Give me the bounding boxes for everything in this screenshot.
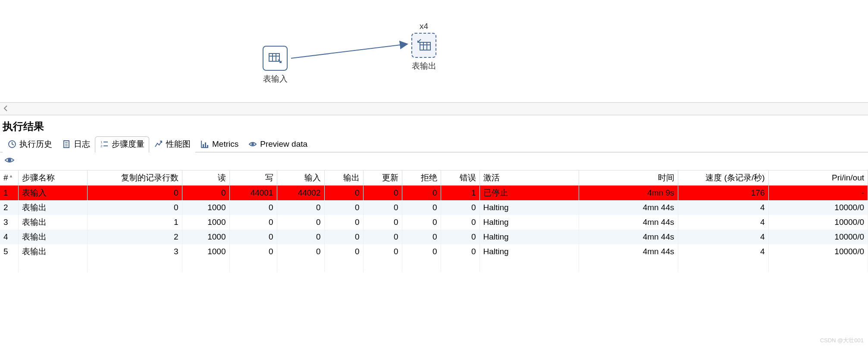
cell-update: 0 [363, 230, 402, 244]
cell-reject: 0 [402, 215, 441, 230]
tab-label: Metrics [212, 139, 238, 149]
col-update[interactable]: 更新 [363, 170, 402, 186]
cell-read: 1000 [182, 230, 229, 244]
list-numbered-icon: 12 [100, 139, 109, 149]
svg-rect-20 [203, 144, 204, 147]
cell-reject: 0 [402, 186, 441, 201]
cell-pri: 10000/0 [768, 200, 868, 215]
tab-label: 执行历史 [19, 139, 52, 150]
cell-update: 0 [363, 244, 402, 259]
cell-copied: 3 [87, 244, 182, 259]
svg-rect-0 [269, 54, 279, 61]
col-input[interactable]: 输入 [277, 170, 324, 186]
cell-reject: 0 [402, 230, 441, 244]
svg-text:1: 1 [100, 140, 103, 144]
flow-arrow [289, 39, 418, 65]
panel-collapse-bar[interactable] [0, 102, 868, 115]
tab-label: 性能图 [166, 139, 191, 150]
cell-error: 0 [441, 215, 479, 230]
col-pri[interactable]: Pri/in/out [768, 170, 868, 186]
col-reject[interactable]: 拒绝 [402, 170, 441, 186]
table-row[interactable]: 4表输出21000000000Halting4mn 44s410000/0 [0, 230, 868, 244]
step-metrics-table: #▲ 步骤名称 复制的记录行数 读 写 输入 输出 更新 拒绝 错误 激活 时间… [0, 170, 868, 272]
sort-asc-icon: ▲ [9, 174, 13, 178]
cell-read: 1000 [182, 200, 229, 215]
cell-copied: 2 [87, 230, 182, 244]
table-row-empty [0, 259, 868, 272]
cell-write: 0 [229, 200, 277, 215]
cell-update: 0 [363, 186, 402, 201]
cell-output: 0 [324, 244, 363, 259]
cell-output: 0 [324, 215, 363, 230]
table-row[interactable]: 1表输入0044001440020001已停止4mn 9s176- [0, 186, 868, 201]
cell-num: 4 [0, 230, 18, 244]
cell-reject: 0 [402, 244, 441, 259]
svg-point-23 [251, 143, 254, 145]
col-active[interactable]: 激活 [479, 170, 579, 186]
results-title: 执行结果 [0, 115, 868, 136]
svg-line-4 [291, 44, 407, 58]
tab-label: Preview data [260, 139, 307, 149]
line-chart-icon [154, 139, 163, 149]
cell-write: 0 [229, 244, 277, 259]
svg-text:2: 2 [100, 144, 103, 148]
cell-reject: 0 [402, 200, 441, 215]
cell-read: 1000 [182, 215, 229, 230]
tab-label: 步骤度量 [112, 139, 144, 150]
cell-active: Halting [479, 230, 579, 244]
flow-canvas[interactable]: 表输入 x4 表输出 [0, 0, 868, 102]
col-step-name[interactable]: 步骤名称 [18, 170, 87, 186]
cell-output: 0 [324, 230, 363, 244]
chevron-left-icon[interactable] [3, 105, 8, 113]
cell-read: 0 [182, 186, 229, 201]
cell-name: 表输出 [18, 230, 87, 244]
cell-num: 2 [0, 200, 18, 215]
tab-step-metrics[interactable]: 12 步骤度量 [95, 136, 149, 152]
cell-active: 已停止 [479, 186, 579, 201]
bar-chart-icon [200, 139, 210, 149]
cell-error: 0 [441, 244, 479, 259]
cell-name: 表输出 [18, 215, 87, 230]
col-write[interactable]: 写 [229, 170, 277, 186]
cell-copied: 0 [87, 186, 182, 201]
cell-write: 0 [229, 215, 277, 230]
col-output[interactable]: 输出 [324, 170, 363, 186]
cell-pri: 10000/0 [768, 244, 868, 259]
cell-active: Halting [479, 200, 579, 215]
col-copied[interactable]: 复制的记录行数 [87, 170, 182, 186]
tab-performance[interactable]: 性能图 [149, 136, 195, 152]
toggle-visibility-button[interactable] [4, 155, 15, 165]
metrics-toolbar [0, 152, 868, 170]
cell-read: 1000 [182, 244, 229, 259]
svg-rect-5 [420, 42, 430, 50]
tab-history[interactable]: 执行历史 [3, 136, 57, 152]
col-num[interactable]: #▲ [0, 170, 18, 186]
cell-name: 表输出 [18, 200, 87, 215]
cell-num: 5 [0, 244, 18, 259]
cell-write: 0 [229, 230, 277, 244]
cell-active: Halting [479, 244, 579, 259]
cell-name: 表输出 [18, 244, 87, 259]
table-row[interactable]: 5表输出31000000000Halting4mn 44s410000/0 [0, 244, 868, 259]
cell-copied: 1 [87, 215, 182, 230]
tab-preview[interactable]: Preview data [243, 137, 312, 151]
cell-input: 44002 [277, 186, 324, 201]
node-table-output[interactable]: x4 表输出 [411, 22, 436, 72]
col-time[interactable]: 时间 [579, 170, 678, 186]
results-tabs: 执行历史 日志 12 步骤度量 性能图 Metrics Preview data [0, 136, 868, 152]
col-error[interactable]: 错误 [441, 170, 479, 186]
cell-speed: 4 [678, 215, 768, 230]
col-read[interactable]: 读 [182, 170, 229, 186]
tab-log[interactable]: 日志 [57, 136, 95, 152]
table-row[interactable]: 3表输出11000000000Halting4mn 44s410000/0 [0, 215, 868, 230]
col-speed[interactable]: 速度 (条记录/秒) [678, 170, 768, 186]
cell-output: 0 [324, 186, 363, 201]
cell-error: 1 [441, 186, 479, 201]
tab-metrics[interactable]: Metrics [195, 137, 243, 151]
node-table-input[interactable]: 表输入 [263, 46, 288, 85]
cell-pri: 10000/0 [768, 215, 868, 230]
table-row[interactable]: 2表输出01000000000Halting4mn 44s410000/0 [0, 200, 868, 215]
cell-active: Halting [479, 215, 579, 230]
cell-update: 0 [363, 200, 402, 215]
clock-icon [7, 139, 17, 149]
